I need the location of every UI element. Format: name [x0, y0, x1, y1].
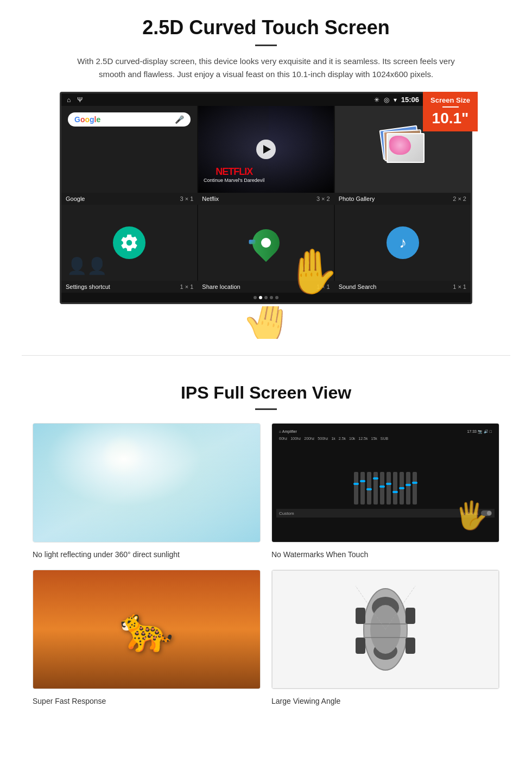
home-icon: ⌂ — [67, 96, 71, 104]
eq-home-icon: ⌂ Amplifier — [279, 430, 297, 434]
feature-grid: No light reflecting under 360° direct su… — [33, 423, 499, 705]
sound-search-app-name: Sound Search — [339, 283, 377, 290]
google-search-bar[interactable]: Google 🎤 — [68, 112, 191, 127]
usb-icon: Ψ — [77, 96, 83, 104]
eq-toggle-knob — [487, 511, 491, 515]
eq-freq-4: 500hz — [318, 437, 328, 440]
page-dot-1 — [254, 296, 257, 299]
section-ips-screen: IPS Full Screen View No light reflecting… — [0, 372, 532, 722]
sound-search-app-cell[interactable]: ♪ — [335, 205, 471, 281]
sunlight-label: No light reflecting under 360° direct su… — [33, 550, 261, 559]
settings-app-cell[interactable]: 👤👤 — [61, 205, 197, 281]
status-bar-left: ⌂ Ψ — [67, 96, 83, 104]
car-topview-image — [271, 570, 499, 689]
cheetah-image: 🐆 — [33, 570, 261, 689]
svg-rect-9 — [406, 638, 415, 654]
eq-track-5 — [380, 472, 384, 504]
eq-custom-label: Custom — [279, 511, 294, 516]
google-app-name: Google — [66, 195, 85, 202]
location-icon: ◎ — [384, 96, 389, 104]
hand-bottom-image: 🤚 — [0, 306, 532, 339]
settings-app-size: 1 × 1 — [180, 283, 194, 290]
netflix-play-button[interactable] — [256, 140, 276, 159]
netflix-wordmark: NETFLIX — [216, 166, 252, 177]
eq-toggle — [481, 510, 492, 516]
status-time: 15:06 — [401, 96, 419, 104]
eq-track-1 — [354, 472, 358, 504]
maps-g-letter — [249, 240, 256, 244]
eq-track-7 — [393, 472, 397, 504]
watermark-label: No Watermarks When Touch — [271, 550, 499, 559]
google-app-cell[interactable]: Google 🎤 — [61, 106, 197, 193]
google-app-size: 3 × 1 — [180, 195, 194, 202]
svg-rect-8 — [356, 638, 365, 654]
eq-handle-5 — [379, 485, 385, 488]
eq-handle-4 — [373, 477, 378, 480]
netflix-app-cell[interactable]: NETFLIX Continue Marvel's Daredevil — [198, 106, 334, 193]
svg-rect-7 — [406, 608, 415, 624]
netflix-background: NETFLIX Continue Marvel's Daredevil — [198, 106, 334, 193]
device-mockup: Screen Size 10.1" ⌂ Ψ ✳ ◎ ▾ 15:06 📷 🔊 ▣ — [60, 92, 472, 304]
google-label: Google 3 × 1 — [61, 193, 198, 205]
settings-label: Settings shortcut 1 × 1 — [61, 281, 198, 293]
share-location-app-cell[interactable]: 🤚 — [198, 205, 334, 281]
equalizer-image: ⌂ Amplifier 17:33 📷 🔊 □ 60hz 100hz 200hz… — [271, 423, 499, 542]
eq-freq-2: 100hz — [290, 437, 301, 440]
section2-title: IPS Full Screen View — [33, 383, 499, 403]
page-dot-2 — [259, 296, 262, 299]
gear-icon — [119, 233, 139, 253]
sound-search-label: Sound Search 1 × 1 — [334, 281, 471, 293]
maps-pin-icon — [247, 224, 286, 262]
eq-handle-9 — [406, 484, 411, 486]
photo-gallery-app-name: Photo Gallery — [339, 195, 375, 202]
car-top-view-svg — [353, 575, 418, 684]
eq-handle-3 — [366, 488, 372, 490]
photo-gallery-label: Photo Gallery 2 × 2 — [334, 193, 471, 205]
section-divider — [22, 355, 510, 356]
bg-people-icons: 👤👤 — [67, 256, 107, 275]
eq-bars-container: 🖐 — [276, 441, 495, 507]
netflix-app-size: 3 × 2 — [316, 195, 330, 202]
feature-viewing-angle: Large Viewing Angle — [271, 570, 499, 705]
badge-line — [442, 106, 459, 108]
eq-handle-6 — [386, 483, 391, 485]
sky-glare — [33, 424, 260, 542]
eq-track-8 — [400, 472, 404, 504]
netflix-app-name: Netflix — [202, 195, 219, 202]
eq-time: 17:33 📷 🔊 □ — [467, 430, 492, 434]
eq-handle-7 — [392, 491, 398, 493]
wifi-icon: ▾ — [394, 96, 397, 104]
status-bar: ⌂ Ψ ✳ ◎ ▾ 15:06 📷 🔊 ▣ ▬ — [61, 93, 471, 106]
equalizer-screen: ⌂ Amplifier 17:33 📷 🔊 □ 60hz 100hz 200hz… — [272, 424, 499, 542]
section2-underline — [255, 408, 277, 410]
eq-track-10 — [413, 472, 417, 504]
eq-freq-6: 2.5k — [339, 437, 346, 440]
app-labels-row2: Settings shortcut 1 × 1 Share location 1… — [61, 281, 471, 293]
feature-sunlight: No light reflecting under 360° direct su… — [33, 423, 261, 559]
eq-track-4 — [373, 472, 378, 504]
feature-watermark: ⌂ Amplifier 17:33 📷 🔊 □ 60hz 100hz 200hz… — [271, 423, 499, 559]
eq-freq-7: 10k — [349, 437, 355, 440]
cheetah-emoji: 🐆 — [119, 604, 174, 655]
app-labels-row1: Google 3 × 1 Netflix 3 × 2 Photo Gallery… — [61, 193, 471, 205]
eq-freq-9: 15k — [371, 437, 377, 440]
page-indicator — [61, 293, 471, 302]
feature-speed: 🐆 Super Fast Response — [33, 570, 261, 705]
page-dot-3 — [264, 296, 268, 299]
google-mic-icon[interactable]: 🎤 — [175, 115, 184, 124]
eq-freq-10: SUB — [381, 437, 388, 440]
screen-size-badge: Screen Size 10.1" — [423, 92, 478, 131]
maps-pin-center — [261, 238, 271, 248]
eq-track-2 — [360, 472, 365, 504]
photo-gallery-app-size: 2 × 2 — [453, 195, 466, 202]
netflix-logo: NETFLIX Continue Marvel's Daredevil — [204, 166, 264, 183]
bluetooth-icon: ✳ — [374, 96, 379, 104]
sunlight-image — [33, 423, 261, 542]
eq-freq-3: 200hz — [304, 437, 314, 440]
sky-background — [33, 424, 260, 542]
svg-rect-6 — [356, 608, 365, 624]
google-logo: Google — [74, 115, 100, 124]
section1-title: 2.5D Curved Touch Screen — [33, 16, 499, 39]
eq-track-3 — [367, 472, 371, 504]
section1-description: With 2.5D curved-display screen, this de… — [76, 55, 456, 81]
